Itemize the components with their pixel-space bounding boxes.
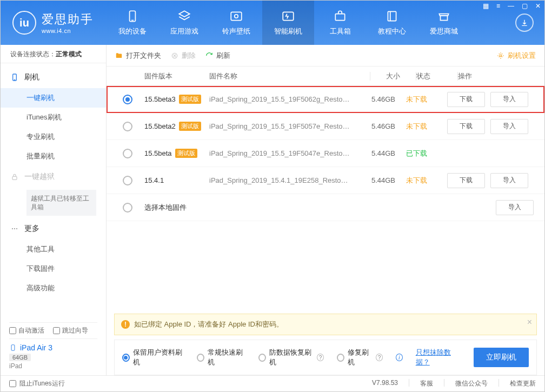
row-ops: 下载导入: [447, 119, 537, 134]
toolbox-icon: [333, 9, 347, 23]
nav-item-book[interactable]: 教程中心: [366, 1, 418, 45]
row-radio[interactable]: [123, 122, 132, 131]
apps-icon: [177, 9, 191, 23]
sidebar-item-download[interactable]: 下载固件: [1, 259, 106, 278]
import-button[interactable]: 导入: [490, 173, 528, 188]
row-ops: 下载导入: [447, 173, 537, 188]
table-row[interactable]: 选择本地固件 导入: [107, 194, 544, 221]
sidebar-item-advanced[interactable]: 高级功能: [1, 278, 106, 298]
wechat-link[interactable]: 微信公众号: [455, 379, 488, 388]
nav-item-device[interactable]: 我的设备: [107, 1, 158, 45]
skip-guide-checkbox[interactable]: 跳过向导: [53, 326, 88, 335]
window-controls: ▦ ≡ — ▢ ✕: [482, 2, 542, 10]
header-state: 状态: [416, 71, 457, 81]
import-button[interactable]: 导入: [496, 200, 534, 215]
support-link[interactable]: 客服: [420, 379, 433, 388]
logo: iu 爱思助手 www.i4.cn: [1, 1, 107, 45]
firmware-size: 5.44GB: [361, 149, 406, 157]
opt-keep-data[interactable]: 保留用户资料刷机: [122, 348, 184, 367]
start-flash-button[interactable]: 立即刷机: [474, 348, 529, 367]
table-row[interactable]: 15.4.1 iPad_Spring_2019_15.4.1_19E258_Re…: [107, 167, 544, 194]
logo-icon: iu: [12, 11, 36, 35]
firmware-name: iPad_Spring_2019_15.5_19F5062g_Restore.i…: [209, 95, 361, 103]
sidebar-item-batch[interactable]: 批量刷机: [1, 147, 106, 166]
main-panel: 打开文件夹 删除 刷新 刷机设置 固件版本 固件名称: [107, 45, 544, 375]
svg-rect-8: [441, 16, 448, 21]
app-url: www.i4.cn: [42, 28, 94, 34]
device-type: iPad: [9, 362, 97, 370]
opt-repair[interactable]: 修复刷机?: [337, 348, 383, 367]
row-radio[interactable]: [123, 203, 132, 212]
winctl-close-icon[interactable]: ✕: [534, 2, 542, 10]
header-size: 大小: [370, 71, 416, 81]
winctl-menu-icon[interactable]: ≡: [495, 2, 501, 10]
nav-item-shop[interactable]: 爱思商城: [418, 1, 470, 45]
table-row[interactable]: 15.5beta测试版 iPad_Spring_2019_15.5_19F504…: [107, 140, 544, 167]
titlebar: ▦ ≡ — ▢ ✕ iu 爱思助手 www.i4.cn 我的设备应用游戏铃声壁纸…: [1, 1, 544, 45]
header-version: 固件版本: [144, 71, 209, 81]
nav-item-toolbox[interactable]: 工具箱: [314, 1, 366, 45]
main-nav: 我的设备应用游戏铃声壁纸智能刷机工具箱教程中心爱思商城: [107, 1, 511, 45]
import-button[interactable]: 导入: [490, 92, 528, 107]
firmware-version: 15.4.1: [144, 176, 209, 184]
winctl-max-icon[interactable]: ▢: [521, 2, 529, 10]
help-icon[interactable]: ?: [376, 354, 383, 361]
statusbar: 阻止iTunes运行 V7.98.53 客服 微信公众号 检查更新: [1, 375, 544, 391]
nav-item-flash[interactable]: 智能刷机: [262, 1, 314, 45]
winctl-min-icon[interactable]: —: [507, 2, 515, 10]
row-ops: 导入: [447, 200, 537, 215]
winctl-grid-icon[interactable]: ▦: [482, 2, 490, 10]
shop-icon: [437, 9, 451, 23]
firmware-name: iPad_Spring_2019_15.5_19F5047e_Restore.i…: [209, 149, 361, 157]
sidebar: 设备连接状态：正常模式 刷机 一键刷机 iTunes刷机 专业刷机 批量刷机 一…: [1, 45, 107, 375]
import-button[interactable]: 导入: [490, 119, 528, 134]
refresh-button[interactable]: 刷新: [205, 51, 230, 61]
sidebar-group-more[interactable]: 更多: [1, 218, 106, 240]
sidebar-item-oneclick[interactable]: 一键刷机: [1, 88, 106, 108]
svg-rect-6: [388, 11, 396, 21]
sidebar-group-jailbreak: 一键越狱: [1, 166, 106, 188]
row-radio[interactable]: [123, 95, 132, 104]
download-button[interactable]: 下载: [447, 92, 485, 107]
opt-anti-recovery[interactable]: 防数据恢复刷机?: [258, 348, 323, 367]
check-update-link[interactable]: 检查更新: [510, 379, 536, 388]
sidebar-group-flash[interactable]: 刷机: [1, 67, 106, 88]
svg-point-12: [12, 228, 13, 229]
opt-normal[interactable]: 常规快速刷机: [197, 348, 245, 367]
sidebar-item-pro[interactable]: 专业刷机: [1, 127, 106, 147]
help-icon[interactable]: ?: [317, 354, 324, 361]
block-itunes-checkbox[interactable]: 阻止iTunes运行: [9, 379, 65, 388]
svg-rect-15: [11, 345, 15, 351]
delete-button[interactable]: 删除: [171, 51, 196, 61]
firmware-state: 未下载: [406, 95, 447, 104]
nav-item-media[interactable]: 铃声壁纸: [210, 1, 262, 45]
version-label: V7.98.53: [372, 379, 398, 388]
row-radio[interactable]: [123, 176, 132, 185]
close-icon[interactable]: ×: [527, 317, 532, 327]
table-row[interactable]: 15.5beta3测试版 iPad_Spring_2019_15.5_19F50…: [107, 86, 544, 113]
device-info[interactable]: iPad Air 3 64GB iPad: [9, 338, 97, 371]
download-button[interactable]: 下载: [447, 119, 485, 134]
info-icon: i: [396, 354, 403, 361]
download-manager-icon[interactable]: [515, 14, 534, 32]
open-folder-button[interactable]: 打开文件夹: [115, 51, 161, 61]
connection-status: 设备连接状态：正常模式: [1, 45, 106, 63]
appleid-warning: ! 如已绑定 Apple ID，请准备好 Apple ID和密码。 ×: [114, 314, 537, 335]
erase-data-link[interactable]: 只想抹除数据？: [416, 348, 461, 367]
row-radio[interactable]: [123, 149, 132, 158]
firmware-version: 15.5beta测试版: [144, 149, 209, 158]
table-row[interactable]: 15.5beta2测试版 iPad_Spring_2019_15.5_19F50…: [107, 113, 544, 140]
nav-item-apps[interactable]: 应用游戏: [158, 1, 210, 45]
download-button[interactable]: 下载: [447, 173, 485, 188]
firmware-size: 5.46GB: [361, 95, 406, 103]
sidebar-item-itunes[interactable]: iTunes刷机: [1, 108, 106, 127]
firmware-version: 15.5beta2测试版: [144, 122, 209, 131]
sidebar-item-other[interactable]: 其他工具: [1, 240, 106, 259]
svg-point-19: [500, 55, 502, 57]
firmware-size: 5.44GB: [361, 176, 406, 184]
row-ops: 下载导入: [447, 92, 537, 107]
auto-activate-checkbox[interactable]: 自动激活: [9, 326, 44, 335]
book-icon: [385, 9, 399, 23]
flash-settings-button[interactable]: 刷机设置: [497, 51, 536, 61]
beta-tag: 测试版: [179, 122, 201, 131]
